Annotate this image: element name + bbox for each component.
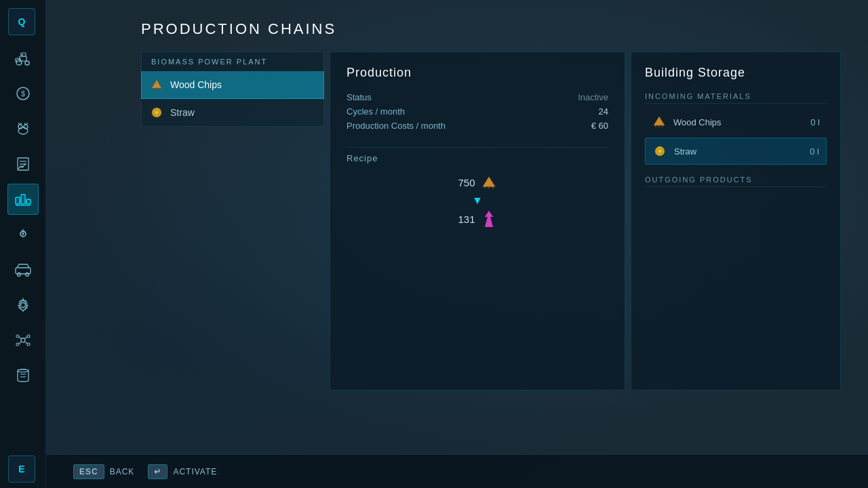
main-content: PRODUCTION CHAINS BIOMASS POWER PLANT Wo… (46, 0, 868, 488)
costs-value: € 60 (591, 121, 608, 131)
storage-straw-qty: 0 l (810, 146, 819, 157)
production-stats: Status Inactive Cycles / month 24 Produc… (347, 92, 608, 131)
panel-mid: Production Status Inactive Cycles / mont… (330, 52, 625, 390)
costs-label: Production Costs / month (347, 121, 446, 131)
panels-row: BIOMASS POWER PLANT Wood Chips (141, 52, 841, 390)
activate-key-group[interactable]: ↵ ACTIVATE (148, 464, 217, 479)
cycles-value: 24 (599, 106, 608, 117)
svg-line-14 (26, 123, 28, 125)
svg-line-35 (24, 337, 27, 339)
sidebar-item-settings[interactable] (7, 289, 39, 321)
svg-marker-47 (482, 177, 494, 187)
svg-line-36 (19, 342, 22, 344)
storage-item-wood-chips[interactable]: Wood Chips 0 l (645, 109, 827, 135)
sidebar-item-animals[interactable] (7, 113, 39, 144)
chain-item-straw[interactable]: Straw (141, 99, 324, 127)
recipe-area: 750 ▼ 131 (347, 174, 608, 227)
panel-right: Building Storage INCOMING MATERIALS Wood… (631, 52, 841, 390)
chain-group-header: BIOMASS POWER PLANT (141, 52, 324, 71)
q-key-label: Q (18, 16, 26, 27)
svg-point-33 (27, 343, 30, 346)
cycles-row: Cycles / month 24 (347, 106, 608, 117)
svg-point-32 (16, 343, 19, 346)
svg-point-27 (25, 273, 28, 277)
svg-rect-19 (16, 197, 20, 204)
status-value: Inactive (578, 92, 608, 102)
svg-point-31 (27, 335, 30, 338)
recipe-output-qty: 131 (458, 214, 475, 225)
svg-line-34 (19, 337, 22, 339)
divider-1 (347, 147, 608, 148)
svg-point-0 (16, 60, 22, 65)
recipe-arrow: ▼ (472, 195, 483, 207)
status-label: Status (347, 92, 372, 102)
recipe-input-icon (481, 174, 497, 190)
bottom-bar: ESC BACK ↵ ACTIVATE (46, 454, 868, 488)
svg-marker-51 (654, 117, 665, 125)
sidebar-item-tractor[interactable] (7, 43, 39, 74)
back-key-label: BACK (110, 467, 135, 476)
activate-key-badge: ↵ (148, 464, 167, 479)
e-key-button[interactable]: E (8, 455, 35, 483)
svg-rect-5 (21, 53, 26, 56)
status-row: Status Inactive (347, 92, 608, 102)
storage-item-straw[interactable]: Straw 0 l (645, 138, 827, 165)
incoming-section-header: INCOMING MATERIALS (645, 92, 827, 104)
storage-wood-chips-name: Wood Chips (673, 117, 804, 127)
storage-panel-title: Building Storage (645, 66, 827, 80)
storage-wood-chips-qty: 0 l (810, 117, 820, 127)
recipe-input-item: 750 (458, 174, 496, 190)
activate-key-label: ACTIVATE (173, 467, 217, 476)
chain-item-wood-chips-label: Wood Chips (170, 79, 222, 90)
panel-left: BIOMASS POWER PLANT Wood Chips (141, 52, 324, 127)
svg-point-26 (17, 273, 20, 277)
recipe-output-item: 131 (458, 211, 496, 227)
sidebar-item-economy[interactable]: $ (7, 78, 39, 109)
back-key-badge: ESC (73, 464, 104, 479)
production-panel-title: Production (347, 66, 608, 80)
svg-rect-20 (21, 195, 25, 204)
storage-wood-chips-icon (652, 115, 667, 129)
back-key-group[interactable]: ESC BACK (73, 464, 134, 479)
svg-point-56 (658, 149, 662, 153)
page-title: PRODUCTION CHAINS (141, 20, 841, 38)
svg-line-11 (18, 123, 20, 125)
e-key-label: E (18, 464, 24, 474)
wood-chips-icon (150, 78, 163, 92)
chain-item-wood-chips[interactable]: Wood Chips (141, 71, 324, 99)
sidebar-item-vehicles[interactable] (7, 254, 39, 285)
q-key-button[interactable]: Q (8, 8, 35, 35)
sidebar: $ (0, 0, 46, 488)
recipe-title: Recipe (347, 153, 608, 163)
svg-text:$: $ (20, 89, 24, 98)
sidebar-item-map[interactable] (7, 219, 39, 250)
straw-icon (150, 106, 163, 119)
storage-straw-icon (652, 144, 667, 159)
costs-row: Production Costs / month € 60 (347, 121, 608, 131)
sidebar-item-log[interactable] (7, 360, 39, 391)
svg-point-38 (18, 369, 28, 372)
svg-line-37 (24, 342, 27, 344)
svg-marker-41 (152, 80, 161, 88)
svg-point-1 (25, 61, 29, 65)
sidebar-item-production[interactable] (7, 184, 39, 215)
svg-rect-21 (26, 199, 31, 204)
svg-point-28 (20, 303, 25, 308)
recipe-input-qty: 750 (458, 177, 475, 188)
sidebar-item-network[interactable] (7, 325, 39, 356)
sidebar-item-contracts[interactable] (7, 148, 39, 180)
cycles-label: Cycles / month (347, 106, 405, 117)
outgoing-section-header: OUTGOING PRODUCTS (645, 176, 827, 187)
storage-straw-name: Straw (674, 146, 803, 157)
chain-item-straw-label: Straw (170, 107, 195, 118)
recipe-output-icon (481, 211, 497, 227)
svg-point-46 (155, 110, 159, 115)
svg-point-30 (16, 335, 19, 338)
